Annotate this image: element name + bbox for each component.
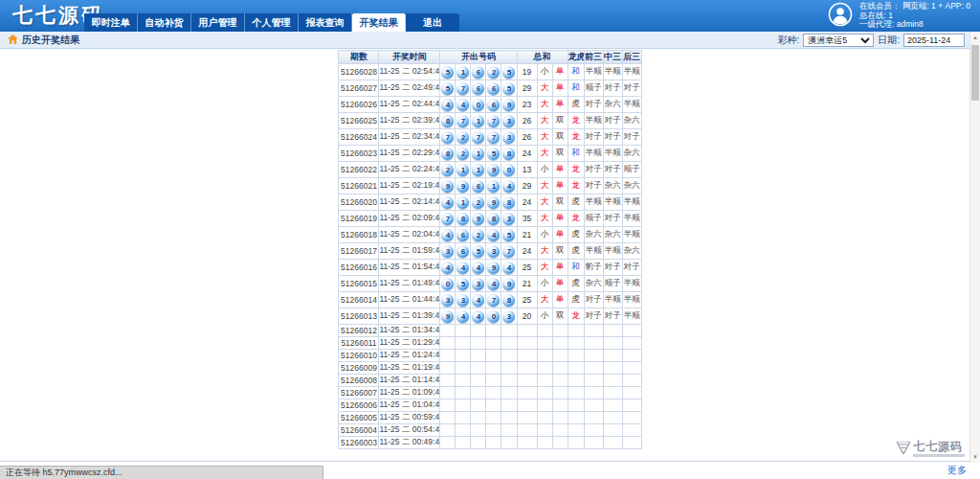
- lottery-ball: 4: [487, 229, 500, 241]
- result-row: 5126602611-25 二 02:44:404406923大单虎对子杂六半顺: [339, 97, 641, 113]
- lottery-ball: 5: [502, 229, 515, 241]
- empty-cell: [486, 399, 501, 412]
- ball-cell: 7: [486, 129, 501, 146]
- ball-cell: 6: [471, 178, 486, 194]
- big-small-cell: 大: [537, 292, 552, 308]
- tab-6[interactable]: 开奖结果: [352, 13, 406, 32]
- empty-cell: [456, 362, 471, 375]
- sum-cell: 29: [517, 80, 537, 97]
- lottery-ball: 3: [441, 245, 454, 258]
- lottery-ball: 5: [441, 66, 454, 79]
- ball-cell: 1: [471, 146, 486, 162]
- front3-cell: 顺子: [584, 211, 603, 227]
- ball-cell: 1: [456, 64, 471, 80]
- tab-3[interactable]: 用户管理: [191, 13, 245, 32]
- avatar-icon: [828, 2, 853, 30]
- scrollbar-thumb[interactable]: [971, 45, 979, 101]
- lottery-ball: 5: [441, 82, 454, 95]
- lottery-ball: 9: [487, 196, 500, 209]
- period-cell: 51266017: [339, 243, 379, 260]
- dragon-tiger-cell: 龙: [568, 113, 584, 129]
- period-cell: 51266020: [339, 194, 379, 211]
- empty-cell: [471, 387, 486, 399]
- ball-cell: 4: [456, 308, 471, 325]
- scroll-up-arrow[interactable]: ▲: [970, 33, 980, 43]
- lottery-ball: 4: [441, 196, 454, 209]
- front3-cell: 半顺: [584, 194, 603, 211]
- tab-7[interactable]: 退出: [406, 13, 459, 32]
- back3-cell: 半顺: [622, 276, 641, 292]
- lottery-ball: 9: [441, 180, 454, 193]
- ball-cell: 7: [501, 243, 517, 260]
- big-small-cell: 大: [537, 129, 552, 146]
- ball-cell: 9: [456, 178, 471, 194]
- empty-cell: [440, 350, 456, 362]
- draw-time-cell: 11-25 二 01:59:40: [379, 243, 440, 260]
- odd-even-cell: 双: [552, 243, 568, 260]
- odd-even-cell: 双: [552, 194, 568, 211]
- period-cell: 51266022: [339, 162, 379, 178]
- dragon-tiger-cell: 虎: [568, 292, 584, 308]
- empty-cell: [537, 337, 552, 350]
- dragon-tiger-cell: 龙: [568, 178, 584, 194]
- empty-cell: [440, 399, 456, 412]
- vertical-scrollbar[interactable]: ▲ ▼: [969, 33, 980, 463]
- front3-cell: 对子: [584, 97, 603, 113]
- dragon-tiger-cell: 虎: [568, 97, 584, 113]
- home-icon: [8, 34, 18, 46]
- empty-cell: [440, 337, 456, 350]
- big-small-cell: 大: [537, 80, 552, 97]
- lottery-ball: 4: [472, 262, 484, 274]
- lottery-select[interactable]: 澳洲幸运5: [803, 34, 874, 47]
- lottery-ball: 4: [457, 262, 469, 274]
- ball-cell: 4: [501, 260, 517, 276]
- pending-row: 5126600611-25 二 01:04:40: [339, 399, 641, 412]
- empty-cell: [622, 412, 641, 424]
- empty-cell: [622, 362, 641, 375]
- draw-time-cell: 11-25 二 01:14:40: [379, 375, 440, 387]
- back3-cell: 半顺: [622, 308, 641, 325]
- tab-2[interactable]: 自动补货: [138, 13, 191, 32]
- empty-cell: [603, 399, 622, 412]
- empty-cell: [440, 325, 456, 337]
- big-small-cell: 大: [537, 194, 552, 211]
- tab-1[interactable]: 即时注单: [84, 13, 138, 32]
- empty-cell: [568, 375, 584, 387]
- empty-cell: [584, 437, 603, 449]
- lottery-ball: 4: [502, 180, 515, 193]
- empty-cell: [537, 399, 552, 412]
- sub-bar: 历史开奖结果 彩种: 澳洲幸运5 日期:: [0, 32, 980, 49]
- lottery-ball: 7: [441, 213, 454, 225]
- empty-cell: [440, 412, 456, 424]
- draw-time-cell: 11-25 二 01:39:40: [379, 308, 440, 325]
- empty-cell: [552, 375, 568, 387]
- sum-cell: 20: [517, 308, 537, 325]
- result-row: 5126601911-25 二 02:09:407898335大单龙顺子对子半顺: [339, 211, 641, 227]
- empty-cell: [622, 350, 641, 362]
- front3-cell: 半顺: [584, 243, 603, 260]
- scroll-down-arrow[interactable]: ▼: [970, 452, 980, 463]
- period-cell: 51266023: [339, 146, 379, 162]
- ball-cell: 2: [471, 194, 486, 211]
- odd-even-cell: 单: [552, 211, 568, 227]
- ball-cell: 7: [486, 113, 501, 129]
- result-row: 5126601711-25 二 01:59:403653724大双虎半顺半顺杂六: [339, 243, 641, 260]
- date-input[interactable]: [903, 34, 965, 47]
- empty-cell: [486, 325, 501, 337]
- period-cell: 51266012: [339, 325, 379, 337]
- result-row: 5126601611-25 二 01:54:404449425大单和豹子对子对子: [339, 260, 641, 276]
- ball-cell: 7: [456, 80, 471, 97]
- more-link[interactable]: 更多: [947, 464, 967, 477]
- tab-5[interactable]: 报表查询: [299, 13, 352, 32]
- tab-4[interactable]: 个人管理: [245, 13, 299, 32]
- date-label: 日期:: [878, 34, 900, 47]
- lottery-ball: 3: [457, 294, 469, 307]
- sum-cell: 21: [517, 276, 537, 292]
- empty-cell: [603, 387, 622, 399]
- lottery-ball: 9: [441, 310, 454, 323]
- result-row: 5126601811-25 二 02:04:404624521小单虎杂六杂六半顺: [339, 227, 641, 243]
- period-cell: 51266006: [339, 399, 379, 412]
- big-small-cell: 小: [537, 227, 552, 243]
- ball-cell: 0: [501, 162, 517, 178]
- ball-cell: 9: [501, 276, 517, 292]
